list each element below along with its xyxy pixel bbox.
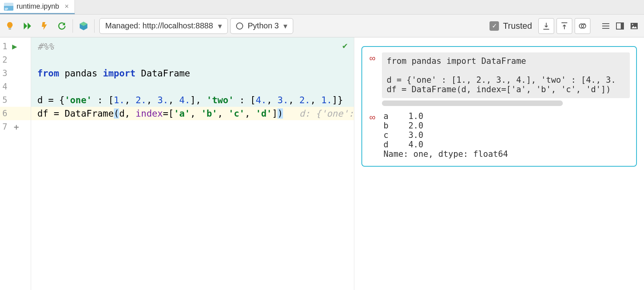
server-dropdown[interactable]: Managed: http://localhost:8888 ▾ [99, 18, 228, 34]
execution-count-icon: ∞ [367, 112, 378, 123]
restart-kernel-icon[interactable] [56, 20, 68, 32]
horizontal-scrollbar[interactable] [382, 100, 563, 106]
execution-count-icon: ∞ [367, 53, 378, 63]
code-editor[interactable]: ✔ #%% from pandas import DataFrame d = {… [31, 37, 354, 290]
run-all-icon[interactable] [21, 20, 33, 32]
kernel-label: Python 3 [248, 21, 279, 30]
line-number: 1 [2, 42, 7, 51]
svg-rect-5 [621, 23, 624, 29]
chevron-down-icon: ▾ [283, 21, 287, 31]
kernel-dropdown[interactable]: Python 3 ▾ [230, 18, 294, 34]
run-cell-icon[interactable]: ▶ [12, 42, 17, 51]
editor-area: 1 ▶ 2 3 4 5 6 7 ＋ ✔ #%% from pandas impo… [0, 37, 644, 290]
gutter-line: 6 [0, 107, 31, 120]
cell-output-text: a 1.0 b 2.0 c 3.0 d 4.0 Name: one, dtype… [382, 112, 630, 159]
notebook-toolbar: Managed: http://localhost:8888 ▾ Python … [0, 15, 644, 37]
line-number: 7 [2, 122, 7, 132]
file-tab[interactable]: runtime.ipynb × [0, 0, 75, 14]
gutter-line[interactable]: 7 ＋ [0, 120, 31, 134]
close-tab-icon[interactable]: × [65, 2, 69, 11]
check-icon: ✓ [490, 21, 499, 31]
code-line[interactable]: df = DataFrame(d, index=['a', 'b', 'c', … [31, 107, 354, 120]
download-output-button[interactable] [538, 18, 554, 34]
chevron-down-icon: ▾ [218, 21, 222, 31]
line-gutter: 1 ▶ 2 3 4 5 6 7 ＋ [0, 37, 31, 290]
gutter-line: 4 [0, 80, 31, 93]
toolbar-separator [94, 19, 95, 33]
upload-output-button[interactable] [557, 18, 572, 34]
gutter-line: 5 [0, 93, 31, 107]
kernel-status-icon [236, 22, 243, 30]
tab-bar: runtime.ipynb × [0, 0, 644, 15]
code-line[interactable] [31, 53, 354, 67]
line-number: 3 [2, 69, 7, 78]
code-line[interactable]: #%% [31, 40, 354, 53]
output-panel: ∞ from pandas import DataFrame d = {'one… [354, 37, 644, 290]
gutter-line[interactable]: 1 ▶ [0, 40, 31, 53]
svg-point-7 [632, 24, 633, 25]
list-view-icon[interactable] [600, 20, 612, 32]
line-number: 6 [2, 109, 7, 118]
side-panel-icon[interactable] [614, 20, 626, 32]
add-cell-icon[interactable]: ＋ [12, 121, 20, 132]
trusted-indicator[interactable]: ✓ Trusted [490, 21, 532, 31]
line-number: 4 [2, 82, 7, 91]
code-line[interactable]: from pandas import DataFrame [31, 67, 354, 80]
variables-button[interactable] [575, 18, 590, 34]
server-label: Managed: http://localhost:8888 [105, 21, 213, 30]
lightbulb-icon[interactable] [4, 20, 16, 32]
inline-hint: d: {'one': [283, 108, 354, 119]
notebook-file-icon [4, 3, 13, 11]
image-view-icon[interactable] [628, 20, 640, 32]
gutter-line: 2 [0, 53, 31, 67]
toolbar-separator [73, 19, 73, 33]
cell-marker: #%% [37, 41, 54, 52]
input-code-preview: from pandas import DataFrame d = {'one' … [382, 52, 630, 98]
code-line[interactable]: d = {'one' : [1., 2., 3., 4.], 'two' : [… [31, 93, 354, 107]
line-number: 2 [2, 55, 7, 65]
package-icon[interactable] [78, 20, 89, 32]
lightning-icon[interactable] [39, 20, 50, 32]
svg-point-3 [584, 23, 586, 25]
svg-rect-0 [9, 28, 11, 29]
code-line[interactable] [31, 80, 354, 93]
tab-filename: runtime.ipynb [17, 2, 59, 11]
gutter-line: 3 [0, 67, 31, 80]
trusted-label: Trusted [503, 21, 532, 31]
output-card: ∞ from pandas import DataFrame d = {'one… [361, 46, 637, 167]
line-number: 5 [2, 95, 7, 105]
